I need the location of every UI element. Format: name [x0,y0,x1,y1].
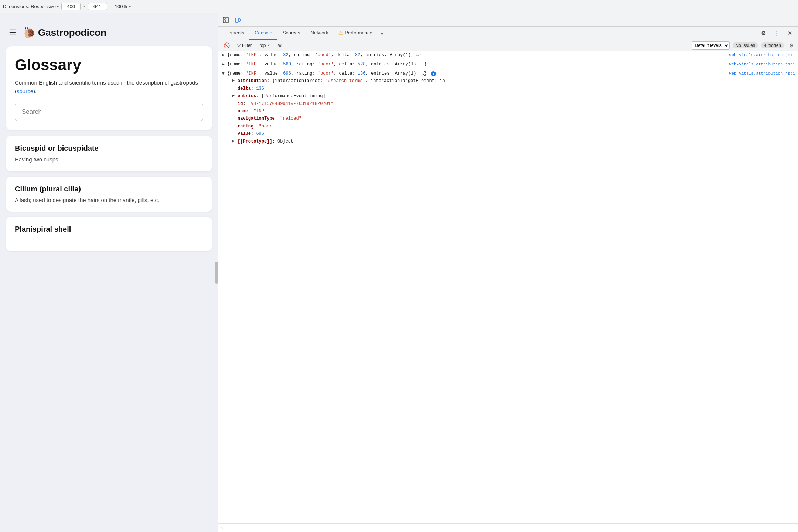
attribution-content: attribution: {interactionTarget: '#searc… [238,77,445,85]
inspect-element-button[interactable] [220,14,232,26]
tab-elements[interactable]: Elements [219,27,249,40]
console-entry-3: ▼ {name: 'INP', value: 696, rating: 'poo… [218,69,798,146]
filter-label: Filter [242,43,252,48]
dimensions-chevron: ▾ [57,4,59,9]
tab-console[interactable]: Console [249,27,277,40]
console-input[interactable] [225,525,795,531]
clear-console-button[interactable]: 🚫 [221,40,232,51]
term-card-cilium: Cilium (plural cilia) A lash; used to de… [6,177,212,212]
term-title-cilium: Cilium (plural cilia) [15,185,203,193]
webpage-panel: ☰ 🐌 Gastropodicon Glossary Common Englis… [0,13,218,532]
tab-sources[interactable]: Sources [277,27,306,40]
devtools-icon-toolbar [218,13,798,27]
child-value: value: 696 [231,130,798,137]
entry-1-content: {name: 'INP', value: 32, rating: 'good',… [227,52,798,59]
child-id: id: "v4-1715704899419-7631921820701" [231,100,798,108]
devtools-close-button[interactable]: ✕ [784,27,796,39]
log-levels-select[interactable]: Default levels [692,41,730,50]
device-toggle-button[interactable] [232,14,243,26]
svg-rect-1 [223,20,225,23]
console-entry-2: ▶ {name: 'INP', value: 560, rating: 'poo… [218,60,798,69]
term-title-planispiral: Planispiral shell [15,225,203,233]
eye-button[interactable]: 👁 [274,40,286,51]
hamburger-menu-icon[interactable]: ☰ [9,28,16,38]
source-link[interactable]: source [17,88,33,94]
prototype-arrow[interactable]: ▶ [231,138,238,145]
devtools-tab-actions: ⚙ ⋮ ✕ [757,27,797,40]
toolbar-divider [111,3,111,10]
main-split: ☰ 🐌 Gastropodicon Glossary Common Englis… [0,13,798,532]
svg-rect-2 [226,17,228,23]
entry-2-text: {name: 'INP', value: 560, rating: 'poor'… [227,61,427,68]
dimensions-dropdown[interactable]: Dimensions: Responsive ▾ [3,4,59,9]
site-logo: 🐌 Gastropodicon [23,27,106,39]
entry-3-text: {name: 'INP', value: 696, rating: 'poor'… [227,70,436,77]
console-settings-button[interactable]: ⚙ [787,41,796,50]
attribution-arrow[interactable]: ▶ [231,77,238,85]
console-toolbar-right: Default levels No Issues 4 hidden ⚙ [692,41,796,50]
child-attribution: ▶ attribution: {interactionTarget: '#sea… [231,77,798,85]
top-context-selector[interactable]: top ▾ [257,41,273,50]
site-logo-text: Gastropodicon [38,27,106,38]
browser-toolbar: Dimensions: Responsive ▾ 400 × 641 100% … [0,0,798,13]
filter-icon: ▽ [237,43,241,48]
entry-2-arrow[interactable]: ▶ [221,61,227,68]
devtools-more-button[interactable]: ⋮ [771,27,782,39]
zoom-label: 100% [115,4,127,9]
glossary-description: Common English and scientific terms used… [15,79,203,95]
entry-1-arrow[interactable]: ▶ [221,52,227,59]
site-header: ☰ 🐌 Gastropodicon [6,19,212,46]
no-issues-badge: No Issues [733,42,758,48]
tab-performance[interactable]: ⚠ Performance [333,27,377,40]
entry-2-content: {name: 'INP', value: 560, rating: 'poor'… [227,61,798,68]
child-rating: rating: "poor" [231,123,798,130]
context-chevron: ▾ [268,43,270,47]
responsive-controls: Dimensions: Responsive ▾ 400 × 641 100% … [3,3,131,10]
prototype-content: [[Prototype]]: Object [238,138,293,145]
entry-3-line: {name: 'INP', value: 696, rating: 'poor'… [227,70,798,77]
height-input[interactable]: 641 [88,3,107,10]
width-input[interactable]: 400 [61,3,81,10]
entry-3-source[interactable]: web-vitals.attribution.js:1 [729,71,798,77]
term-card-bicuspid: Bicuspid or bicuspidate Having two cusps… [6,136,212,171]
term-title-bicuspid: Bicuspid or bicuspidate [15,144,203,153]
term-card-planispiral: Planispiral shell [6,217,212,251]
child-delta: delta: 136 [231,85,798,92]
child-name: name: "INP" [231,108,798,115]
webpage-content: ☰ 🐌 Gastropodicon Glossary Common Englis… [0,13,218,532]
term-desc-bicuspid: Having two cusps. [15,156,203,164]
devtools-tabs: Elements Console Sources Network ⚠ Perfo… [218,27,798,40]
entries-arrow[interactable]: ▶ [231,92,238,100]
entry-3-arrow[interactable]: ▼ [221,70,227,78]
child-prototype: ▶ [[Prototype]]: Object [231,138,798,145]
warning-icon: ⚠ [338,30,343,36]
console-prompt-icon: › [221,525,225,531]
snail-icon: 🐌 [23,27,36,39]
glossary-title: Glossary [15,57,203,74]
entry-1-source[interactable]: web-vitals.attribution.js:1 [729,52,798,59]
devtools-settings-button[interactable]: ⚙ [757,27,769,39]
tab-network[interactable]: Network [306,27,334,40]
info-icon: i [431,71,436,76]
entry-1-text: {name: 'INP', value: 32, rating: 'good',… [227,52,422,59]
console-filter-button[interactable]: ▽ Filter [234,41,255,50]
more-options-button[interactable]: ⋮ [785,1,795,12]
top-label: top [260,43,266,48]
zoom-dropdown[interactable]: 100% ▾ [115,4,131,9]
entry-2-source[interactable]: web-vitals.attribution.js:1 [729,61,798,68]
glossary-card: Glossary Common English and scientific t… [6,46,212,130]
dimensions-label: Dimensions: Responsive [3,4,56,9]
zoom-chevron: ▾ [129,4,131,9]
svg-rect-3 [235,18,238,22]
more-tabs-button[interactable]: » [378,27,386,40]
child-navigation-type: navigationType: "reload" [231,115,798,122]
toolbar-actions: ⋮ [785,1,795,12]
child-entries: ▶ entries: [PerformanceEventTiming] [231,92,798,100]
entry-3-children: ▶ attribution: {interactionTarget: '#sea… [221,77,798,145]
svg-rect-0 [223,17,225,19]
entry-1-line: {name: 'INP', value: 32, rating: 'good',… [227,52,798,59]
scroll-drag-handle[interactable] [215,262,218,284]
search-input[interactable] [15,103,203,121]
console-entry-1: ▶ {name: 'INP', value: 32, rating: 'good… [218,51,798,60]
entry-2-line: {name: 'INP', value: 560, rating: 'poor'… [227,61,798,68]
